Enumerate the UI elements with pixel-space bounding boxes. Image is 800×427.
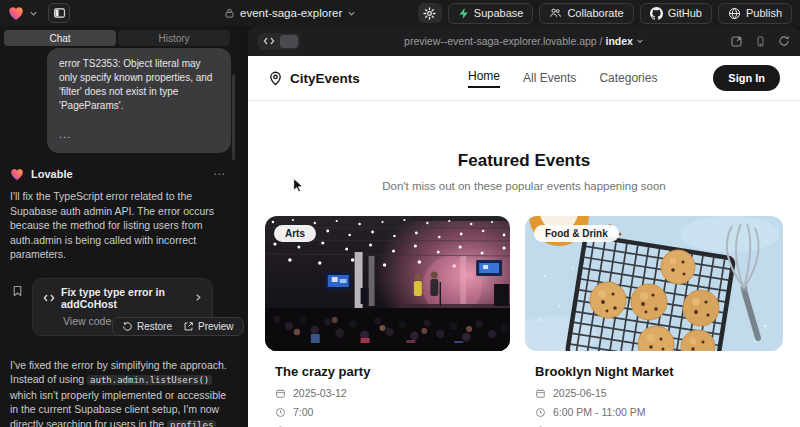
- event-card[interactable]: Food & Drink Brooklyn Night Market 2025-…: [525, 216, 783, 427]
- github-button[interactable]: GitHub: [640, 3, 712, 24]
- users-icon: [549, 7, 562, 19]
- nav-home[interactable]: Home: [468, 69, 500, 88]
- restore-icon: [122, 321, 133, 332]
- event-time: 7:00: [275, 406, 510, 418]
- event-card[interactable]: Arts The crazy party 2025-03-12 7:00: [265, 216, 510, 427]
- external-link-icon: [183, 321, 194, 332]
- refresh-icon[interactable]: [778, 35, 790, 47]
- collaborate-button[interactable]: Collaborate: [539, 3, 633, 24]
- lock-icon: [224, 7, 235, 19]
- site-nav: Home All Events Categories: [468, 69, 657, 88]
- mouse-cursor: [292, 178, 304, 193]
- event-title: The crazy party: [275, 364, 510, 379]
- message-hover-toolbar: Restore Preview: [112, 317, 244, 336]
- event-title: Brooklyn Night Market: [535, 364, 783, 379]
- assistant-paragraph-2: I've fixed the error by simplifying the …: [10, 358, 233, 427]
- open-in-new-tab-icon[interactable]: [730, 35, 743, 48]
- sidebar-scrollbar[interactable]: [232, 74, 235, 160]
- code-icon: [260, 35, 278, 48]
- preview-button[interactable]: Preview: [183, 321, 234, 332]
- project-name: event-saga-explorer: [240, 7, 342, 19]
- project-title[interactable]: event-saga-explorer: [224, 0, 356, 26]
- tab-chat[interactable]: Chat: [4, 30, 116, 46]
- event-photo-arts: Arts: [265, 216, 510, 351]
- assistant-paragraph-1: I'll fix the TypeScript error related to…: [10, 189, 233, 262]
- map-pin-icon: [268, 71, 283, 86]
- bookmark-icon[interactable]: [11, 284, 24, 298]
- url-page: index: [606, 35, 633, 47]
- toggle-sidebar-button[interactable]: [48, 3, 70, 23]
- message-menu-icon[interactable]: ⋯: [213, 167, 226, 181]
- message-truncation: ...: [59, 128, 219, 142]
- chat-sidebar: Chat History error TS2353: Object litera…: [0, 26, 236, 427]
- sidebar-tabs: Chat History: [4, 30, 230, 46]
- preview-panel: preview--event-saga-explorer.lovable.app…: [248, 26, 800, 427]
- chevron-down-icon[interactable]: [636, 37, 644, 45]
- sign-in-button[interactable]: Sign In: [713, 65, 780, 91]
- event-time: 6:00 PM - 11:00 PM: [535, 406, 783, 418]
- calendar-icon: [535, 388, 546, 399]
- inline-code: profiles: [167, 420, 216, 427]
- category-badge: Food & Drink: [534, 225, 619, 242]
- preview-toolbar: preview--event-saga-explorer.lovable.app…: [248, 26, 800, 56]
- toggle-knob: [280, 35, 298, 48]
- category-badge: Arts: [274, 225, 316, 242]
- code-icon: [43, 293, 55, 303]
- code-change-title: Fix type type error in addCoHost: [61, 286, 188, 310]
- publish-button[interactable]: Publish: [718, 3, 792, 24]
- app-topbar: event-saga-explorer Supabase Collaborate…: [0, 0, 800, 26]
- user-message-text: error TS2353: Object literal may only sp…: [59, 57, 219, 113]
- preview-viewport: CityEvents Home All Events Categories Si…: [248, 56, 800, 427]
- tab-history[interactable]: History: [118, 30, 230, 46]
- event-photo-food: Food & Drink: [525, 216, 783, 351]
- chevron-right-icon: [194, 293, 202, 302]
- inline-code: auth.admin.listUsers(): [87, 375, 212, 385]
- github-icon: [650, 7, 663, 20]
- section-subheading: Don't miss out on these popular events h…: [248, 180, 800, 192]
- lovable-avatar-icon: [10, 168, 24, 181]
- event-date: 2025-06-15: [535, 387, 783, 399]
- chevron-down-icon[interactable]: [29, 9, 38, 18]
- site-brand[interactable]: CityEvents: [268, 71, 360, 86]
- supabase-icon: [458, 7, 469, 20]
- url-host: preview--event-saga-explorer.lovable.app…: [404, 35, 602, 47]
- nav-categories[interactable]: Categories: [599, 71, 657, 85]
- calendar-icon: [275, 388, 286, 399]
- section-heading: Featured Events: [248, 151, 800, 171]
- restore-button[interactable]: Restore: [122, 321, 172, 332]
- assistant-name: Lovable: [31, 168, 73, 180]
- site-header: CityEvents Home All Events Categories Si…: [248, 56, 800, 101]
- nav-all-events[interactable]: All Events: [523, 71, 576, 85]
- mobile-view-icon[interactable]: [755, 35, 766, 48]
- user-message-bubble: error TS2353: Object literal may only sp…: [47, 48, 231, 153]
- lovable-logo-icon[interactable]: [8, 6, 24, 21]
- clock-icon: [275, 407, 286, 418]
- chevron-down-icon: [347, 9, 356, 18]
- supabase-button[interactable]: Supabase: [448, 3, 534, 24]
- settings-button[interactable]: [418, 3, 442, 23]
- preview-url-bar[interactable]: preview--event-saga-explorer.lovable.app…: [248, 35, 800, 47]
- globe-icon: [728, 7, 741, 20]
- clock-icon: [535, 407, 546, 418]
- event-date: 2025-03-12: [275, 387, 510, 399]
- code-preview-toggle[interactable]: [258, 33, 300, 50]
